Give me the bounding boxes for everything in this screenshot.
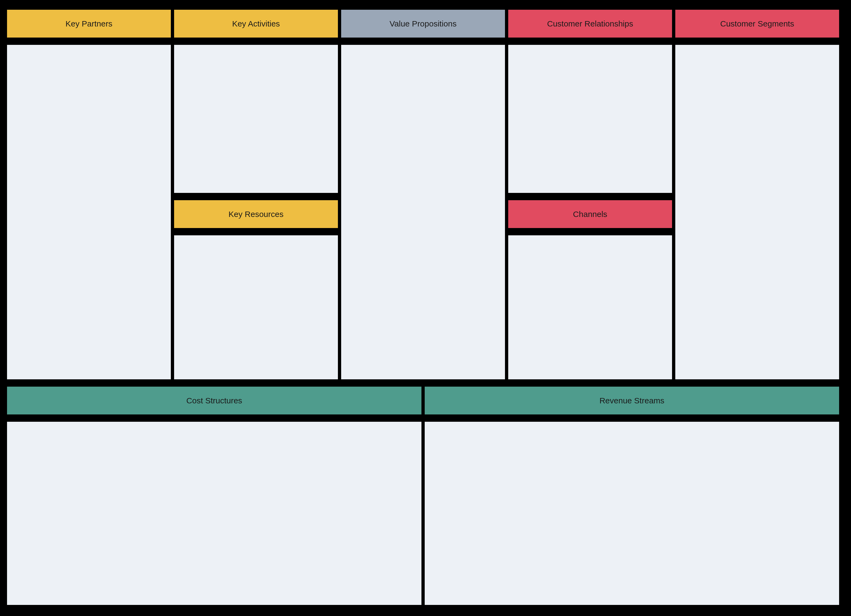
body-channels[interactable] bbox=[507, 234, 674, 381]
header-channels: Channels bbox=[507, 199, 674, 230]
body-key-partners[interactable] bbox=[5, 43, 173, 381]
header-customer-relationships: Customer Relationships bbox=[507, 8, 674, 39]
header-key-partners: Key Partners bbox=[5, 8, 173, 39]
body-value-propositions[interactable] bbox=[340, 43, 507, 381]
header-key-resources: Key Resources bbox=[173, 199, 340, 230]
header-revenue-streams: Revenue Streams bbox=[423, 385, 841, 416]
header-cost-structures: Cost Structures bbox=[5, 385, 423, 416]
body-key-activities[interactable] bbox=[173, 43, 340, 195]
header-value-propositions: Value Propositions bbox=[340, 8, 507, 39]
body-customer-relationships[interactable] bbox=[507, 43, 674, 195]
business-model-canvas: Key Partners Key Activities Value Propos… bbox=[0, 0, 851, 616]
body-revenue-streams[interactable] bbox=[423, 420, 841, 607]
header-customer-segments: Customer Segments bbox=[674, 8, 841, 39]
body-key-resources[interactable] bbox=[173, 234, 340, 381]
header-key-activities: Key Activities bbox=[173, 8, 340, 39]
body-cost-structures[interactable] bbox=[5, 420, 423, 607]
body-customer-segments[interactable] bbox=[674, 43, 841, 381]
